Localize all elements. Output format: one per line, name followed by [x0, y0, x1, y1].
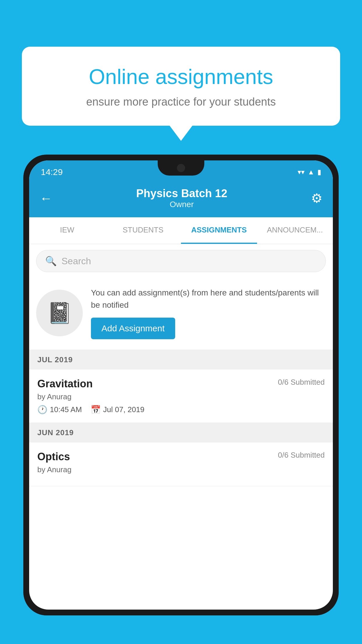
- batch-subtitle: Owner: [136, 200, 227, 209]
- settings-icon[interactable]: ⚙: [311, 191, 322, 206]
- status-time: 14:29: [41, 167, 63, 177]
- assignment-time: 🕐 10:45 AM: [37, 405, 82, 414]
- prompt-text: You can add assignment(s) from here and …: [91, 287, 326, 311]
- assignment-prompt: 📓 You can add assignment(s) from here an…: [29, 278, 333, 350]
- tab-announcements[interactable]: ANNOUNCEM...: [257, 217, 333, 244]
- speech-bubble-container: Online assignments ensure more practice …: [22, 47, 340, 126]
- prompt-content: You can add assignment(s) from here and …: [91, 287, 326, 339]
- assignment-optics[interactable]: Optics 0/6 Submitted by Anurag: [29, 442, 333, 486]
- tab-students[interactable]: STUDENTS: [105, 217, 181, 244]
- prompt-icon-circle: 📓: [36, 290, 83, 336]
- battery-icon: ▮: [317, 168, 321, 176]
- assignment-top-row: Gravitation 0/6 Submitted: [37, 378, 325, 390]
- assignment-by-optics: by Anurag: [37, 465, 325, 474]
- status-icons: ▾▾ ▲ ▮: [298, 168, 321, 176]
- tab-iew[interactable]: IEW: [29, 217, 105, 244]
- date-value: Jul 07, 2019: [103, 405, 145, 414]
- batch-title: Physics Batch 12: [136, 187, 227, 200]
- calendar-icon: 📅: [91, 405, 101, 414]
- add-assignment-button[interactable]: Add Assignment: [91, 318, 175, 339]
- assignment-by: by Anurag: [37, 392, 325, 401]
- app-header: ← Physics Batch 12 Owner ⚙: [29, 181, 333, 217]
- speech-bubble-title: Online assignments: [42, 64, 320, 89]
- phone-mockup: 14:29 ▾▾ ▲ ▮ ← Physics Batch 12 Owner ⚙: [23, 155, 339, 644]
- assignment-gravitation[interactable]: Gravitation 0/6 Submitted by Anurag 🕐 10…: [29, 370, 333, 423]
- assignment-submitted-optics: 0/6 Submitted: [278, 451, 325, 460]
- search-icon: 🔍: [45, 256, 57, 267]
- assignment-name: Gravitation: [37, 378, 93, 390]
- search-container: 🔍 Search: [29, 244, 333, 278]
- search-bar[interactable]: 🔍 Search: [36, 250, 326, 272]
- section-header-jun: JUN 2019: [29, 423, 333, 442]
- speech-bubble: Online assignments ensure more practice …: [22, 47, 340, 126]
- header-center: Physics Batch 12 Owner: [136, 187, 227, 209]
- phone-screen: 14:29 ▾▾ ▲ ▮ ← Physics Batch 12 Owner ⚙: [29, 160, 333, 610]
- tab-assignments[interactable]: ASSIGNMENTS: [181, 217, 257, 244]
- section-header-jul: JUL 2019: [29, 350, 333, 370]
- clock-icon: 🕐: [37, 405, 48, 414]
- speech-bubble-subtitle: ensure more practice for your students: [42, 96, 320, 108]
- assignment-top-row-optics: Optics 0/6 Submitted: [37, 451, 325, 463]
- time-value: 10:45 AM: [50, 405, 82, 414]
- phone-notch: [158, 160, 204, 176]
- assignment-date: 📅 Jul 07, 2019: [91, 405, 145, 414]
- tab-bar: IEW STUDENTS ASSIGNMENTS ANNOUNCEM...: [29, 217, 333, 244]
- signal-icon: ▲: [307, 168, 314, 176]
- notebook-icon: 📓: [47, 301, 72, 325]
- front-camera: [177, 164, 185, 172]
- back-button[interactable]: ←: [40, 191, 52, 206]
- assignment-submitted: 0/6 Submitted: [278, 378, 325, 387]
- search-placeholder: Search: [61, 256, 91, 267]
- assignment-name-optics: Optics: [37, 451, 70, 463]
- wifi-icon: ▾▾: [298, 168, 305, 176]
- assignment-meta: 🕐 10:45 AM 📅 Jul 07, 2019: [37, 405, 325, 414]
